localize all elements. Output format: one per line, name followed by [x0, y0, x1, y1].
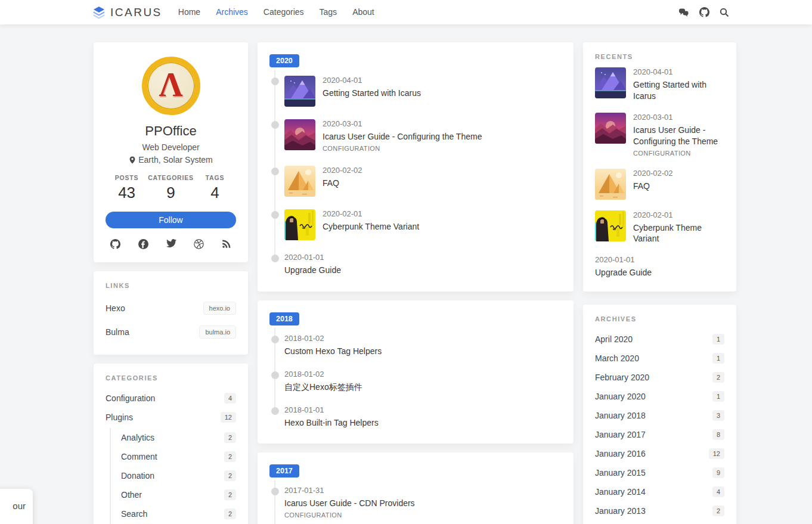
post-date: 2018-01-01	[284, 405, 379, 414]
timeline-dot	[271, 255, 279, 262]
follow-button[interactable]: Follow	[106, 212, 236, 228]
nav-link-about[interactable]: About	[345, 0, 382, 24]
brand-link[interactable]: ICARUS	[92, 6, 162, 19]
post-title-link[interactable]: Icarus User Guide - CDN Providers	[284, 498, 415, 509]
archive-row-january-2015[interactable]: January 2015 9	[595, 463, 724, 482]
right-column: RECENTS 2020-04-01 Getting Started with …	[583, 42, 736, 524]
post-date: 2020-02-01	[323, 209, 419, 218]
post-title-link[interactable]: Icarus User Guide - Configuring the Them…	[633, 125, 724, 147]
navbar: ICARUS Home Archives Categories Tags Abo…	[0, 0, 812, 24]
category-row-donation[interactable]: Donation 2	[121, 466, 236, 485]
post-thumbnail-cyberpunk[interactable]	[595, 210, 626, 241]
timeline-post: 2020-02-01 Cyberpunk Theme Variant	[258, 209, 562, 240]
social-links	[106, 228, 236, 252]
dribbble-icon[interactable]	[194, 239, 204, 249]
post-date: 2020-01-01	[284, 253, 341, 262]
archive-row-january-2017[interactable]: January 2017 8	[595, 425, 724, 444]
count-badge: 12	[221, 412, 236, 423]
post-title-link[interactable]: Custom Hexo Tag Helpers	[284, 346, 382, 357]
archive-row-january-2018[interactable]: January 2018 3	[595, 406, 724, 425]
post-title-link[interactable]: Getting Started with Icarus	[323, 88, 421, 99]
corner-popup[interactable]: our	[0, 489, 33, 524]
links-title: LINKS	[106, 282, 236, 289]
post-title-link[interactable]: Icarus User Guide - Configuring the Them…	[323, 131, 482, 142]
post-thumbnail-pyramids[interactable]	[284, 166, 315, 197]
post-title-link[interactable]: Cyberpunk Theme Variant	[323, 221, 419, 232]
archive-row-january-2016[interactable]: January 2016 12	[595, 444, 724, 463]
avatar-lambda-glyph: Λ	[159, 68, 182, 101]
post-thumbnail-cyberpunk[interactable]	[284, 209, 315, 240]
post-category-link[interactable]: CONFIGURATION	[323, 145, 380, 152]
category-row-plugins[interactable]: Plugins 12	[106, 408, 236, 427]
count-badge: 1	[712, 391, 724, 402]
post-date: 2020-01-01	[595, 255, 652, 264]
post-thumbnail-mountains[interactable]	[595, 67, 626, 98]
count-badge: 2	[224, 451, 236, 462]
archive-year-card-2020: 2020 2020-04-01 Getting Started with Ica…	[258, 42, 574, 292]
link-row-bulma[interactable]: Bulma bulma.io	[106, 320, 236, 344]
post-title-link[interactable]: FAQ	[323, 178, 362, 189]
timeline-post: 2020-03-01 Icarus User Guide - Configuri…	[258, 119, 562, 153]
post-thumbnail-sunset[interactable]	[595, 113, 626, 144]
post-date: 2017-01-31	[284, 486, 415, 495]
nav-link-archives[interactable]: Archives	[208, 0, 256, 24]
count-badge: 1	[712, 334, 724, 345]
nav-link-home[interactable]: Home	[171, 0, 208, 24]
post-title-link[interactable]: Upgrade Guide	[595, 267, 652, 278]
github-icon[interactable]	[699, 7, 709, 17]
archive-row-january-2020[interactable]: January 2020 1	[595, 387, 724, 406]
category-row-analytics[interactable]: Analytics 2	[121, 428, 236, 447]
stat-tags[interactable]: TAGS 4	[194, 174, 236, 202]
post-title-link[interactable]: Cyberpunk Theme Variant	[633, 222, 724, 245]
archives-title: ARCHIVES	[595, 315, 724, 323]
search-icon[interactable]	[720, 8, 729, 17]
post-title-link[interactable]: Hexo Built-in Tag Helpers	[284, 417, 379, 429]
recent-post: 2020-02-01 Cyberpunk Theme Variant	[595, 210, 724, 245]
stat-posts[interactable]: POSTS 43	[106, 174, 148, 202]
timeline-post: 2020-04-01 Getting Started with Icarus	[258, 76, 562, 107]
category-row-comment[interactable]: Comment 2	[121, 447, 236, 466]
category-row-other[interactable]: Other 2	[121, 485, 236, 504]
category-row-configuration[interactable]: Configuration 4	[106, 389, 236, 408]
timeline-post: 2020-01-01 Upgrade Guide	[258, 253, 562, 276]
post-title-link[interactable]: 自定义Hexo标签插件	[284, 382, 362, 393]
profile-name: PPOffice	[106, 123, 236, 139]
link-row-hexo[interactable]: Hexo hexo.io	[106, 296, 236, 320]
post-thumbnail-sunset[interactable]	[284, 119, 315, 150]
facebook-icon[interactable]	[138, 239, 148, 249]
stat-categories[interactable]: CATEGORIES 9	[148, 174, 194, 202]
profile-card: Λ PPOffice Web Developer Earth, Solar Sy…	[94, 42, 248, 262]
post-thumbnail-pyramids[interactable]	[595, 169, 626, 200]
archive-row-january-2014[interactable]: January 2014 4	[595, 482, 724, 501]
twitter-icon[interactable]	[166, 239, 176, 249]
post-category-link[interactable]: CONFIGURATION	[284, 511, 342, 519]
profile-stats: POSTS 43 CATEGORIES 9 TAGS 4	[106, 174, 236, 202]
comments-icon[interactable]	[678, 8, 689, 17]
count-badge: 9	[712, 467, 724, 478]
post-thumbnail-mountains[interactable]	[284, 76, 315, 107]
post-title-link[interactable]: Getting Started with Icarus	[633, 79, 724, 102]
post-date: 2020-04-01	[323, 76, 421, 85]
post-title-link[interactable]: Upgrade Guide	[284, 265, 341, 276]
archive-row-march-2020[interactable]: March 2020 1	[595, 349, 724, 368]
nav-link-tags[interactable]: Tags	[312, 0, 345, 24]
post-date: 2018-01-02	[284, 370, 362, 379]
timeline-post: 2020-02-02 FAQ	[258, 166, 562, 197]
rss-icon[interactable]	[222, 239, 231, 249]
timeline-dot	[271, 168, 279, 175]
archive-row-february-2020[interactable]: February 2020 2	[595, 368, 724, 387]
archive-row-april-2020[interactable]: April 2020 1	[595, 330, 724, 349]
category-row-search[interactable]: Search 2	[121, 504, 236, 523]
post-date: 2020-03-01	[323, 119, 482, 128]
count-badge: 12	[709, 448, 724, 459]
post-title-link[interactable]: FAQ	[633, 181, 673, 192]
github-icon[interactable]	[110, 239, 120, 249]
timeline-dot	[271, 488, 279, 495]
left-column: Λ PPOffice Web Developer Earth, Solar Sy…	[94, 42, 248, 524]
nav-link-categories[interactable]: Categories	[256, 0, 312, 24]
post-category-link[interactable]: CONFIGURATION	[633, 150, 691, 157]
recent-post: 2020-03-01 Icarus User Guide - Configuri…	[595, 113, 724, 158]
archive-row-january-2013[interactable]: January 2013 2	[595, 501, 724, 520]
page-content: Λ PPOffice Web Developer Earth, Solar Sy…	[94, 24, 736, 524]
timeline-post: 2017-01-31 Icarus User Guide - CDN Provi…	[258, 486, 562, 520]
